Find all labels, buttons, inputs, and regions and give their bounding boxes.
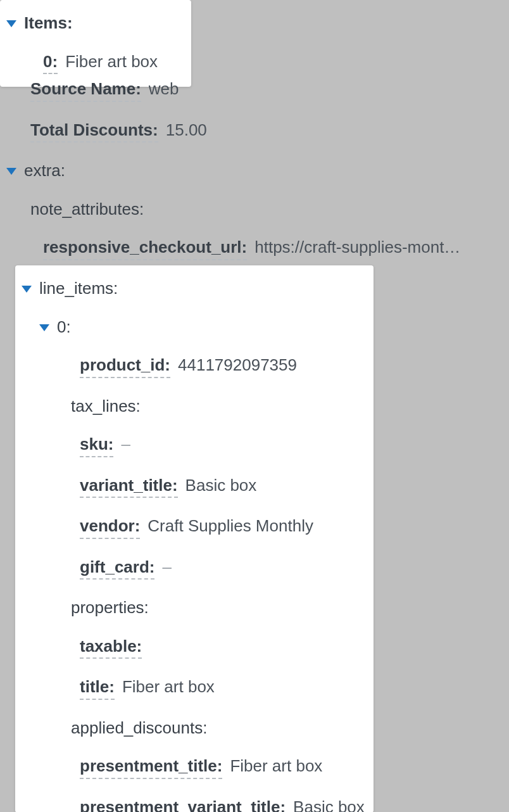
title-row[interactable]: title: Fiber art box [22,668,367,709]
variant-title-label: variant_title: [80,475,178,498]
presentment-variant-title-row[interactable]: presentment_variant_title: Basic box [22,788,367,813]
sku-value: – [121,434,130,455]
total-discounts-value: 15.00 [166,120,207,141]
properties-row[interactable]: properties: [22,588,367,627]
total-discounts-row[interactable]: Total Discounts: 15.00 [6,111,503,152]
presentment-variant-title-label: presentment_variant_title: [80,797,286,813]
presentment-title-row[interactable]: presentment_title: Fiber art box [22,747,367,788]
gift-card-label: gift_card: [80,557,154,580]
source-name-label: Source Name: [30,79,141,102]
caret-down-icon [6,20,16,27]
note-attributes-row[interactable]: note_attributes: [6,190,503,229]
line-items-card: line_items: 0: product_id: 4411792097359… [15,265,374,812]
line-items-header-row[interactable]: line_items: [22,269,367,308]
properties-label: properties: [71,597,149,618]
line-items-0-header-row[interactable]: 0: [22,308,367,346]
background-rows: Source Name: web Total Discounts: 15.00 … [0,70,509,269]
vendor-value: Craft Supplies Monthly [148,516,313,536]
total-discounts-label: Total Discounts: [30,120,158,143]
variant-title-value: Basic box [185,475,257,496]
applied-discounts-row[interactable]: applied_discounts: [22,709,367,747]
gift-card-row[interactable]: gift_card: – [22,548,367,589]
responsive-checkout-url-row[interactable]: responsive_checkout_url: https://craft-s… [6,228,503,269]
tax-lines-label: tax_lines: [71,396,141,417]
extra-header-row[interactable]: extra: [6,151,503,190]
presentment-variant-title-value: Basic box [293,797,365,813]
vendor-row[interactable]: vendor: Craft Supplies Monthly [22,507,367,548]
product-id-row[interactable]: product_id: 4411792097359 [22,346,367,387]
tax-lines-row[interactable]: tax_lines: [22,387,367,426]
presentment-title-label: presentment_title: [80,756,222,779]
line-items-0-header-label: 0: [57,317,71,338]
line-items-header-label: line_items: [39,278,118,299]
presentment-title-value: Fiber art box [230,756,322,777]
sku-label: sku: [80,434,113,457]
extra-header-label: extra: [24,160,65,181]
caret-down-icon [39,324,49,331]
responsive-checkout-url-label: responsive_checkout_url: [43,237,247,260]
variant-title-row[interactable]: variant_title: Basic box [22,466,367,507]
items-header-row[interactable]: Items: [6,4,185,42]
caret-down-icon [6,168,16,175]
applied-discounts-label: applied_discounts: [71,718,207,739]
product-id-label: product_id: [80,355,170,378]
note-attributes-label: note_attributes: [30,199,144,220]
items-row-0-value: Fiber art box [65,51,158,72]
responsive-checkout-url-value: https://craft-supplies-mont… [254,237,460,258]
source-name-value: web [149,79,179,99]
vendor-label: vendor: [80,516,140,539]
taxable-row[interactable]: taxable: [22,627,367,668]
caret-down-icon [22,286,32,293]
source-name-row[interactable]: Source Name: web [6,70,503,111]
title-label: title: [80,676,115,700]
taxable-label: taxable: [80,636,142,659]
items-header-label: Items: [24,13,73,34]
title-value: Fiber art box [122,676,215,697]
gift-card-value: – [162,557,171,578]
product-id-value: 4411792097359 [178,355,297,376]
sku-row[interactable]: sku: – [22,425,367,466]
